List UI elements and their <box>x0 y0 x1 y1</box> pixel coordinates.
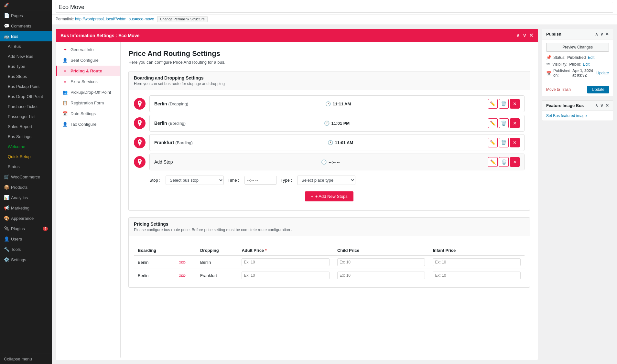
panel-content: Price And Routing Settings Here you can … <box>121 42 538 358</box>
stop-row-3: Frankfurt (Bording) 🕐 11:01 AM ✏️ 🗑️ <box>149 134 525 151</box>
status-edit-link[interactable]: Edit <box>588 55 595 60</box>
sub-nav-general-info[interactable]: ✦ General Info <box>56 44 120 55</box>
pickup-dropoff-icon: 👥 <box>62 90 68 95</box>
change-permalink-btn[interactable]: Change Permalink Structure <box>157 16 208 22</box>
sidebar-item-sales-report[interactable]: Sales Report <box>0 122 52 132</box>
sidebar-item-status[interactable]: Status <box>0 162 52 172</box>
publish-controls: ∧ ∨ ✕ <box>595 32 609 37</box>
timeline-item-1: Berlin (Dropping) 🕐 11:11 AM ✏️ 🗑️ <box>134 95 525 112</box>
visibility-edit-link[interactable]: Edit <box>583 62 590 67</box>
edit-add-stop-btn[interactable]: ✏️ <box>488 157 498 167</box>
sidebar-item-appearance[interactable]: 🎨 Appearance <box>0 213 52 223</box>
sidebar-item-bus-drop-off-point[interactable]: Bus Drop-Off Point <box>0 91 52 102</box>
close-stop-2-btn[interactable]: ✕ <box>510 118 520 128</box>
stop-select[interactable]: Select bus stop <box>166 176 224 185</box>
page-title-input[interactable] <box>56 2 613 13</box>
sidebar-item-pages[interactable]: 📄 Pages <box>0 10 52 21</box>
col-dropping-label: Dropping <box>196 245 238 256</box>
permalink-link[interactable]: http://wordpress1.local/?wbtm_bus=eco-mo… <box>75 17 154 21</box>
boarding-dropping-header: Boarding and Dropping Settings Here you … <box>129 71 530 90</box>
sidebar-item-purchase-ticket[interactable]: Purchase Ticket <box>0 102 52 112</box>
sidebar-item-bus-type[interactable]: Bus Type <box>0 61 52 71</box>
add-stop-row: Add Stop 🕐 --:-- -- ✏️ 🗑️ <box>149 154 525 170</box>
col-child-price: Child Price <box>333 245 429 256</box>
set-bus-featured-image-link[interactable]: Set Bus featured image <box>542 111 613 121</box>
close-add-stop-btn[interactable]: ✕ <box>510 157 520 167</box>
sidebar-item-users[interactable]: 👤 Users <box>0 234 52 244</box>
publish-down-icon[interactable]: ∨ <box>600 32 603 37</box>
sub-nav-seat-configure[interactable]: 👤 Seat Configure <box>56 55 120 66</box>
publish-close-icon[interactable]: ✕ <box>605 32 609 37</box>
preview-changes-btn[interactable]: Preview Changes <box>546 43 609 52</box>
main-area: Permalink: http://wordpress1.local/?wbtm… <box>52 0 617 364</box>
sidebar-item-quick-setup[interactable]: Quick Setup <box>0 152 52 162</box>
sidebar-item-bus-stops[interactable]: Bus Stops <box>0 71 52 81</box>
marketing-icon: 📢 <box>4 205 9 210</box>
sidebar-item-products[interactable]: 📦 Products <box>0 182 52 192</box>
sub-nav-pickup-dropoff[interactable]: 👥 Pickup/Drop-Off Point <box>56 87 120 98</box>
collapse-down-icon[interactable]: ∨ <box>523 32 526 38</box>
sub-nav-pricing-route[interactable]: ≡ Pricing & Route <box>56 66 120 76</box>
permalink-bar: Permalink: http://wordpress1.local/?wbtm… <box>52 15 617 25</box>
feature-image-close-icon[interactable]: ✕ <box>605 103 609 108</box>
pricing-row-2: Berlin »»» Frankfurt <box>134 269 525 282</box>
sidebar-item-bus-pickup-point[interactable]: Bus Pickup Point <box>0 81 52 91</box>
stop-type-select[interactable]: Select place type <box>297 176 355 185</box>
sidebar-item-settings[interactable]: ⚙️ Settings <box>0 254 52 265</box>
sidebar-item-add-new-bus[interactable]: Add New Bus <box>0 51 52 61</box>
col-adult-price: Adult Price * <box>238 245 333 256</box>
sub-nav-registration-form[interactable]: 📋 Registration Form <box>56 98 120 108</box>
feature-image-up-icon[interactable]: ∧ <box>595 103 598 108</box>
sidebar-item-welcome[interactable]: Welcome <box>0 142 52 152</box>
bus-card-header: Bus Information Settings : Eco Move ∧ ∨ … <box>56 29 538 42</box>
collapse-up-icon[interactable]: ∧ <box>516 32 520 38</box>
pricing-settings-box: Pricing Settings Please configure bus ro… <box>128 217 530 288</box>
child-price-input-2[interactable] <box>337 272 425 279</box>
update-btn[interactable]: Update <box>587 86 609 93</box>
publish-up-icon[interactable]: ∧ <box>595 32 598 37</box>
feature-image-down-icon[interactable]: ∨ <box>600 103 603 108</box>
stop-time-input[interactable] <box>244 176 277 185</box>
close-stop-3-btn[interactable]: ✕ <box>510 138 520 147</box>
sidebar-item-tools[interactable]: 🔧 Tools <box>0 244 52 254</box>
sidebar-item-passenger-list[interactable]: Passenger List <box>0 112 52 122</box>
edit-stop-2-btn[interactable]: ✏️ <box>488 118 498 128</box>
infant-price-input-1[interactable] <box>433 258 521 266</box>
sidebar-item-comments[interactable]: 💬 Comments <box>0 21 52 31</box>
close-stop-1-btn[interactable]: ✕ <box>510 99 520 109</box>
pricing-dropping-2: Frankfurt <box>196 269 238 282</box>
edit-stop-1-btn[interactable]: ✏️ <box>488 99 498 109</box>
seat-configure-icon: 👤 <box>62 58 68 63</box>
close-card-icon[interactable]: ✕ <box>529 32 533 38</box>
timeline-dot-add <box>134 156 146 168</box>
adult-price-input-1[interactable] <box>242 258 330 266</box>
delete-stop-3-btn[interactable]: 🗑️ <box>499 138 509 147</box>
sub-nav-date-settings[interactable]: 📅 Date Settings <box>56 108 120 119</box>
sub-nav-extra-services[interactable]: ≡ Extra Services <box>56 76 120 87</box>
add-new-stops-btn[interactable]: + + Add New Stops <box>305 191 353 201</box>
infant-price-input-2[interactable] <box>433 272 521 279</box>
sidebar-item-plugins[interactable]: 🔌 Plugins 4 <box>0 223 52 234</box>
sidebar-item-analytics[interactable]: 📊 Analytics <box>0 192 52 203</box>
sub-nav-tax-configure[interactable]: 👤 Tax Configure <box>56 119 120 130</box>
pricing-arrow-2: »»» <box>175 269 196 282</box>
edit-stop-3-btn[interactable]: ✏️ <box>488 138 498 147</box>
sidebar-item-bus[interactable]: 🚌 Bus <box>0 31 52 41</box>
delete-stop-2-btn[interactable]: 🗑️ <box>499 118 509 128</box>
delete-stop-1-btn[interactable]: 🗑️ <box>499 99 509 109</box>
published-edit-link[interactable]: Update <box>596 71 609 75</box>
child-price-input-1[interactable] <box>337 258 425 266</box>
delete-add-stop-btn[interactable]: 🗑️ <box>499 157 509 167</box>
collapse-menu-btn[interactable]: Collapse menu <box>0 354 52 364</box>
move-to-trash-link[interactable]: Move to Trash <box>546 87 571 92</box>
sidebar-item-all-bus[interactable]: All Bus <box>0 41 52 51</box>
sidebar-item-woocommerce[interactable]: 🛒 WooCommerce <box>0 172 52 182</box>
clock-icon-2: 🕐 <box>324 121 330 126</box>
sidebar-item-bus-settings[interactable]: Bus Settings <box>0 132 52 142</box>
sidebar-item-marketing[interactable]: 📢 Marketing <box>0 203 52 213</box>
stop-row-2: Berlin (Bording) 🕐 11:01 PM ✏️ 🗑️ <box>149 115 525 132</box>
plugins-icon: 🔌 <box>4 226 9 231</box>
adult-price-input-2[interactable] <box>242 272 330 279</box>
bus-card-controls: ∧ ∨ ✕ <box>516 32 533 38</box>
pricing-settings-body: Boarding Dropping Adult Price * Child Pr… <box>129 236 530 287</box>
